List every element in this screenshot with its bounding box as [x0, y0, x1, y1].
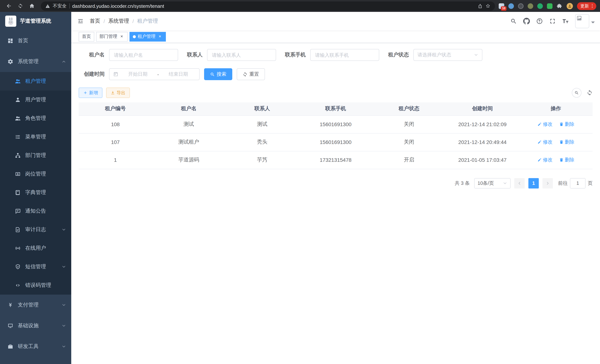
sidebar-item-user[interactable]: 用户管理	[0, 91, 71, 109]
delete-button[interactable]: 删除	[559, 121, 574, 128]
browser-menu-dots-icon[interactable]	[590, 3, 595, 9]
tab-home[interactable]: 首页	[79, 32, 94, 41]
cell-created: 2021-12-14 21:02:09	[446, 115, 519, 133]
edit-button[interactable]: 修改	[537, 139, 553, 145]
edit-button[interactable]: 修改	[537, 157, 553, 163]
goto-page-input[interactable]	[570, 178, 586, 188]
sidebar-item-pay[interactable]: 支付管理	[0, 295, 71, 315]
phone-input[interactable]	[310, 49, 379, 61]
sidebar-item-system[interactable]: 系统管理	[0, 51, 71, 72]
browser-back-button[interactable]	[6, 3, 12, 9]
extension-button-4[interactable]	[528, 3, 533, 9]
security-label[interactable]: 不安全	[53, 3, 67, 9]
extension-button-3[interactable]	[518, 3, 524, 9]
sidebar-item-label: 首页	[18, 37, 28, 44]
avatar[interactable]	[575, 14, 589, 28]
page-size-select[interactable]: 10条/页	[474, 178, 511, 188]
tenant-status-select[interactable]: 请选择租户状态	[413, 49, 482, 61]
address-bar[interactable]: 不安全 dashboard.yudao.iocoder.cn/system/te…	[41, 1, 495, 10]
sidebar-item-online-user[interactable]: 在线用户	[0, 239, 71, 258]
breadcrumb-home[interactable]: 首页	[90, 18, 100, 25]
sidebar-item-home[interactable]: 首页	[0, 30, 71, 51]
create-time-range-picker[interactable]: 开始日期 - 结束日期	[109, 68, 200, 80]
browser-update-button[interactable]: 更新	[577, 2, 596, 10]
tenant-name-input[interactable]	[109, 49, 178, 61]
delete-button[interactable]: 删除	[559, 157, 574, 163]
sidebar-item-menu[interactable]: 菜单管理	[0, 128, 71, 146]
edit-button[interactable]: 修改	[537, 121, 553, 128]
app-frame: 芋道管理系统 首页 系统管理 租户管理 用户管理	[0, 12, 600, 364]
export-button[interactable]: 导出	[106, 88, 130, 98]
browser-profile-avatar[interactable]	[567, 3, 573, 9]
help-button[interactable]	[536, 18, 543, 25]
sidebar-item-tenant[interactable]: 租户管理	[0, 72, 71, 91]
page-1-button[interactable]: 1	[528, 178, 539, 188]
bookmark-star-button[interactable]	[485, 3, 490, 9]
sidebar-item-label: 错误码管理	[25, 282, 51, 289]
col-tenant-id: 租户编号	[79, 103, 152, 115]
chevron-down-icon	[62, 265, 66, 269]
extensions-menu-button[interactable]	[557, 3, 562, 9]
next-page-button[interactable]	[543, 178, 553, 188]
fullscreen-button[interactable]	[549, 18, 556, 25]
select-placeholder: 请选择租户状态	[417, 52, 451, 58]
cell-tenant-name: 测试	[152, 115, 225, 133]
sidebar-item-devtool[interactable]: 研发工具	[0, 336, 71, 357]
sidebar-item-label: 审计日志	[25, 226, 46, 233]
sidebar-item-notice[interactable]: 通知公告	[0, 202, 71, 220]
share-button[interactable]	[478, 3, 483, 9]
contact-input[interactable]	[207, 49, 276, 61]
header-search-button[interactable]	[510, 18, 517, 25]
prev-page-button[interactable]	[514, 178, 525, 188]
sidebar-item-infra[interactable]: 基础设施	[0, 315, 71, 336]
reset-button[interactable]: 重置	[237, 68, 265, 80]
browser-extensions-area: 10 更新	[499, 2, 596, 10]
refresh-table-button[interactable]	[587, 90, 593, 96]
cell-status: 开启	[372, 151, 446, 169]
edit-label: 修改	[543, 157, 553, 163]
browser-nav-buttons	[4, 3, 37, 9]
extension-button-2[interactable]	[508, 3, 514, 9]
cell-phone: 15601691300	[299, 133, 372, 151]
chevron-up-icon	[62, 59, 66, 64]
sidebar-item-auditlog[interactable]: 审计日志	[0, 220, 71, 239]
tab-tenant[interactable]: 租户管理 ×	[130, 32, 166, 41]
add-button[interactable]: 新增	[79, 88, 103, 98]
search-icon	[510, 18, 517, 25]
font-size-button[interactable]	[562, 18, 569, 25]
sidebar-collapse-button[interactable]	[71, 18, 90, 25]
browser-refresh-button[interactable]	[18, 3, 23, 9]
sidebar-item-label: 岗位管理	[25, 171, 46, 177]
sidebar-item-role[interactable]: 角色管理	[0, 109, 71, 128]
sidebar-item-errorcode[interactable]: 错误码管理	[0, 276, 71, 295]
sidebar-item-post[interactable]: 岗位管理	[0, 165, 71, 183]
close-icon[interactable]: ×	[119, 34, 124, 39]
tab-dept[interactable]: 部门管理 ×	[96, 32, 128, 41]
github-link[interactable]	[523, 18, 530, 25]
browser-home-button[interactable]	[29, 3, 35, 9]
url-text[interactable]: dashboard.yudao.iocoder.cn/system/tenant	[72, 3, 164, 9]
search-button[interactable]: 搜索	[204, 68, 232, 80]
sidebar-item-sms[interactable]: 短信管理	[0, 258, 71, 276]
col-created: 创建时间	[446, 103, 519, 115]
sidebar-item-dept[interactable]: 部门管理	[0, 146, 71, 165]
breadcrumb-system[interactable]: 系统管理	[108, 18, 129, 25]
delete-button[interactable]: 删除	[559, 139, 574, 145]
filter-create-time: 创建时间 开始日期 - 结束日期	[79, 68, 200, 80]
rabbit-logo-icon	[6, 17, 15, 26]
extension-button-6[interactable]	[547, 3, 553, 9]
extension-button-5[interactable]	[537, 3, 543, 9]
tenant-table: 租户编号 租户名 联系人 联系手机 租户状态 创建时间 操作 108 测试	[79, 103, 593, 169]
download-icon	[111, 91, 115, 95]
extension-button-1[interactable]: 10	[499, 3, 504, 9]
sidebar-item-dict[interactable]: 字典管理	[0, 183, 71, 202]
app-title: 芋道管理系统	[20, 18, 51, 25]
briefcase-icon	[7, 344, 13, 350]
phone-label: 联系手机	[285, 52, 306, 58]
close-icon[interactable]: ×	[157, 34, 162, 39]
user-avatar-menu[interactable]	[575, 14, 595, 28]
puzzle-icon	[557, 3, 562, 9]
reset-button-label: 重置	[249, 71, 259, 78]
table-row: 107 测试租户 秃头 15601691300 关闭 2021-12-14 20…	[79, 133, 593, 151]
toggle-search-button[interactable]	[572, 88, 581, 98]
